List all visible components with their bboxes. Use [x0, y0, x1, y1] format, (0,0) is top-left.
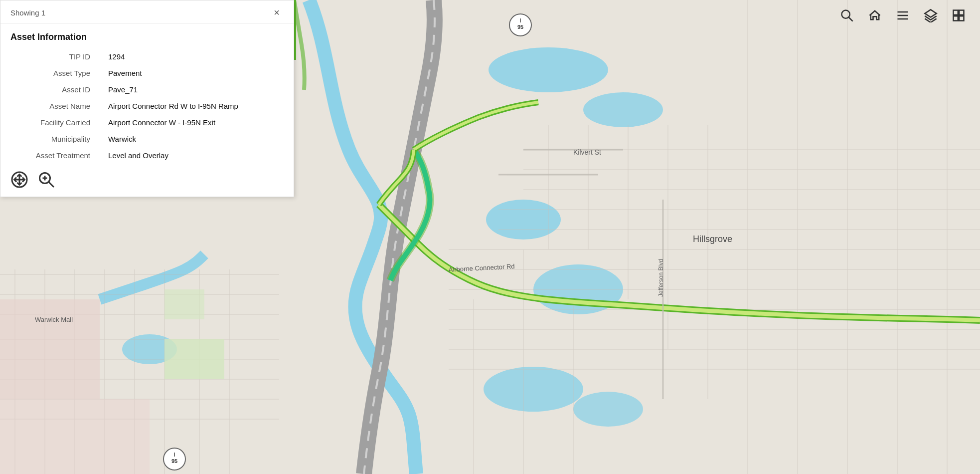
panel-footer	[0, 164, 294, 189]
svg-text:I: I	[174, 452, 175, 458]
field-value: Airport Connector Rd W to I-95N Ramp	[100, 98, 294, 114]
svg-line-69	[849, 17, 853, 21]
svg-text:Kilvert St: Kilvert St	[573, 148, 601, 156]
field-label: Asset Type	[0, 65, 100, 81]
svg-text:Warwick Mall: Warwick Mall	[35, 316, 73, 323]
info-table-body: TIP ID1294Asset TypePavementAsset IDPave…	[0, 48, 294, 164]
svg-text:95: 95	[517, 24, 523, 30]
field-label: Asset ID	[0, 81, 100, 98]
list-button[interactable]	[893, 6, 912, 25]
svg-point-2	[583, 92, 663, 127]
svg-rect-50	[0, 399, 150, 474]
move-button[interactable]	[10, 171, 28, 189]
search-button[interactable]	[837, 6, 856, 25]
toolbar	[837, 6, 968, 25]
svg-text:I: I	[520, 18, 521, 23]
field-value: Warwick	[100, 131, 294, 147]
close-button[interactable]: ×	[270, 5, 284, 19]
info-row: MunicipalityWarwick	[0, 131, 294, 147]
svg-text:95: 95	[171, 458, 177, 464]
svg-rect-78	[959, 16, 964, 20]
field-label: TIP ID	[0, 48, 100, 65]
info-panel: Showing 1 × Asset Information TIP ID1294…	[0, 0, 294, 197]
field-value: Pave_71	[100, 81, 294, 98]
svg-point-68	[842, 10, 850, 18]
panel-title: Showing 1	[10, 8, 45, 17]
info-table: TIP ID1294Asset TypePavementAsset IDPave…	[0, 48, 294, 164]
svg-marker-74	[925, 9, 936, 17]
svg-rect-75	[954, 10, 958, 15]
field-value: Pavement	[100, 65, 294, 81]
info-row: Asset NameAirport Connector Rd W to I-95…	[0, 98, 294, 114]
field-label: Municipality	[0, 131, 100, 147]
svg-point-6	[484, 367, 583, 412]
svg-rect-52	[164, 289, 204, 319]
asset-info-title: Asset Information	[0, 24, 294, 48]
field-label: Facility Carried	[0, 114, 100, 131]
home-button[interactable]	[865, 6, 884, 25]
svg-point-7	[573, 392, 643, 427]
info-row: Asset TypePavement	[0, 65, 294, 81]
svg-rect-49	[0, 299, 100, 399]
svg-rect-51	[164, 339, 224, 379]
field-label: Asset Name	[0, 98, 100, 114]
field-value: 1294	[100, 48, 294, 65]
grid-button[interactable]	[949, 6, 968, 25]
svg-rect-77	[954, 16, 958, 20]
layers-button[interactable]	[921, 6, 940, 25]
field-value: Airport Connector W - I-95N Exit	[100, 114, 294, 131]
field-label: Asset Treatment	[0, 147, 100, 164]
info-row: Asset IDPave_71	[0, 81, 294, 98]
field-value: Level and Overlay	[100, 147, 294, 164]
info-row: Facility CarriedAirport Connector W - I-…	[0, 114, 294, 131]
svg-line-83	[49, 182, 54, 188]
svg-text:Jefferson Blvd: Jefferson Blvd	[657, 259, 664, 297]
info-row: TIP ID1294	[0, 48, 294, 65]
svg-rect-76	[959, 10, 964, 15]
svg-point-3	[486, 200, 561, 239]
panel-header: Showing 1 ×	[0, 0, 294, 24]
svg-point-1	[489, 47, 608, 92]
svg-text:Hillsgrove: Hillsgrove	[693, 234, 732, 244]
info-row: Asset TreatmentLevel and Overlay	[0, 147, 294, 164]
zoom-to-button[interactable]	[37, 171, 55, 189]
